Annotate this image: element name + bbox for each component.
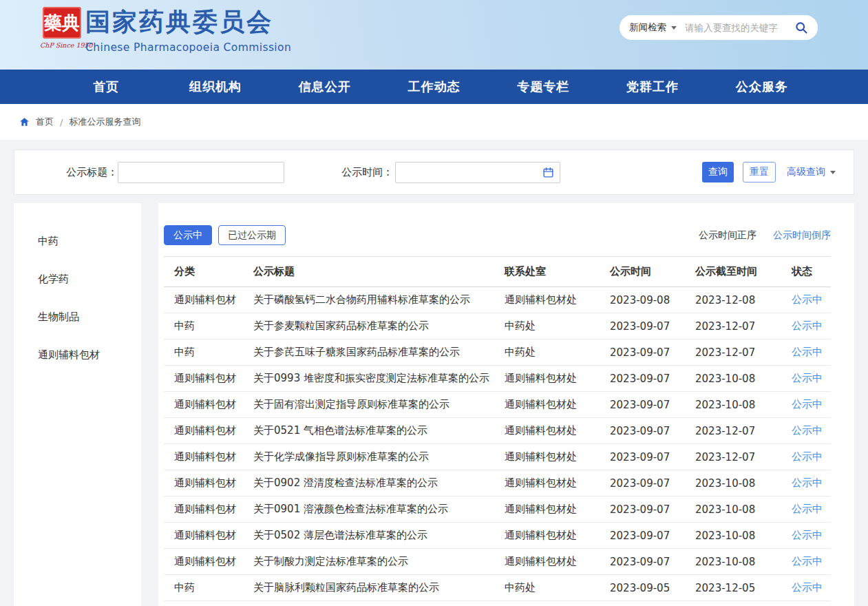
nav-item-6[interactable]: 党群工作 (598, 70, 708, 104)
cell-title[interactable]: 关于0902 澄清度检查法标准草案的公示 (253, 470, 505, 497)
cell-title[interactable]: 关于参麦颗粒国家药品标准草案的公示 (253, 313, 505, 339)
cell-title[interactable]: 关于固有溶出测定指导原则标准草案的公示 (253, 392, 505, 418)
sidebar-item-2[interactable]: 化学药 (14, 260, 141, 298)
search-input[interactable] (685, 23, 794, 33)
status-badge[interactable]: 公示中 (792, 529, 823, 541)
status-badge[interactable]: 公示中 (792, 320, 823, 332)
site-search: 新闻检索 (620, 15, 818, 40)
col-start-date: 公示时间 (610, 257, 695, 287)
row-title-link[interactable]: 关于0521 气相色谱法标准草案的公示 (253, 424, 427, 437)
filter-time-field (395, 162, 560, 183)
cell-office: 中药处 (505, 339, 610, 366)
status-badge[interactable]: 公示中 (792, 346, 823, 358)
filter-title-input[interactable] (118, 162, 284, 183)
nav-item-2[interactable]: 组织机构 (161, 70, 271, 104)
cell-end-date: 2023-12-08 (695, 287, 792, 313)
row-title-link[interactable]: 关于参麦颗粒国家药品标准草案的公示 (253, 320, 429, 332)
status-badge[interactable]: 公示中 (792, 293, 823, 306)
cell-title[interactable]: 关于0993 堆密度和振实密度测定法标准草案的公示 (253, 366, 505, 392)
nav-item-4[interactable]: 工作动态 (379, 70, 489, 104)
cell-start-date: 2023-09-07 (610, 497, 695, 523)
cell-end-date: 2023-10-08 (695, 549, 792, 575)
category-sidebar: 中药化学药生物制品通则辅料包材 (14, 203, 141, 606)
breadcrumb-home[interactable]: 首页 (36, 116, 54, 128)
status-badge[interactable]: 公示中 (792, 477, 823, 489)
cell-title[interactable]: 关于0901 溶液颜色检查法标准草案的公示 (253, 497, 505, 523)
status-tabs: 公示中已过公示期 (164, 225, 292, 245)
main-nav: 首页组织机构信息公开工作动态专题专栏党群工作公众服务 (0, 70, 868, 104)
sidebar-item-4[interactable]: 通则辅料包材 (14, 336, 141, 374)
cell-start-date: 2023-09-07 (610, 418, 695, 444)
status-badge[interactable]: 公示中 (792, 398, 823, 410)
cell-office: 通则辅料包材处 (505, 444, 610, 470)
cell-category: 通则辅料包材 (164, 418, 253, 444)
row-title-link[interactable]: 关于0901 溶液颜色检查法标准草案的公示 (253, 503, 448, 515)
filter-panel: 公示标题 : 公示时间 : 查询 重置 高级查询 (14, 149, 854, 195)
table-row: 通则辅料包材关于0901 溶液颜色检查法标准草案的公示通则辅料包材处2023-0… (164, 497, 831, 523)
sidebar-item-3[interactable]: 生物制品 (14, 298, 141, 336)
cell-title[interactable]: 关于化学成像指导原则标准草案的公示 (253, 444, 505, 470)
query-button[interactable]: 查询 (702, 162, 734, 182)
cell-category: 通则辅料包材 (164, 523, 253, 549)
sort-link-1[interactable]: 公示时间正序 (699, 229, 756, 242)
status-badge[interactable]: 公示中 (792, 424, 823, 437)
cell-title[interactable]: 关于参芪五味子糖浆国家药品标准草案的公示 (253, 339, 505, 366)
table-row: 中药关于参麦颗粒国家药品标准草案的公示中药处2023-09-072023-12-… (164, 313, 831, 339)
cell-office: 通则辅料包材处 (505, 523, 610, 549)
calendar-icon[interactable] (542, 167, 554, 181)
sidebar-item-1[interactable]: 中药 (14, 222, 141, 260)
tab-1[interactable]: 公示中 (164, 225, 212, 245)
results-table: 分类 公示标题 联系处室 公示时间 公示截至时间 状态 通则辅料包材关于磷酸氢钙… (164, 256, 831, 601)
cell-office: 通则辅料包材处 (505, 392, 610, 418)
row-title-link[interactable]: 关于制酸力测定法标准草案的公示 (253, 555, 408, 567)
cell-start-date: 2023-09-07 (610, 444, 695, 470)
cell-start-date: 2023-09-07 (610, 313, 695, 339)
advanced-query-toggle[interactable]: 高级查询 (787, 166, 836, 178)
status-badge[interactable]: 公示中 (792, 503, 823, 515)
table-row: 通则辅料包材关于0502 薄层色谱法标准草案的公示通则辅料包材处2023-09-… (164, 523, 831, 549)
home-icon[interactable] (19, 117, 30, 127)
nav-item-1[interactable]: 首页 (52, 70, 161, 104)
reset-button[interactable]: 重置 (743, 162, 776, 182)
nav-item-5[interactable]: 专题专栏 (489, 70, 598, 104)
row-title-link[interactable]: 关于0993 堆密度和振实密度测定法标准草案的公示 (253, 372, 489, 384)
logo-seal-icon[interactable]: 藥典 (43, 7, 81, 39)
cell-status: 公示中 (792, 444, 831, 470)
row-title-link[interactable]: 关于脑脉利颗粒国家药品标准草案的公示 (253, 581, 439, 594)
cell-category: 中药 (164, 339, 253, 366)
tab-2[interactable]: 已过公示期 (218, 225, 286, 245)
status-badge[interactable]: 公示中 (792, 555, 823, 567)
status-badge[interactable]: 公示中 (792, 581, 823, 594)
row-title-link[interactable]: 关于参芪五味子糖浆国家药品标准草案的公示 (253, 346, 460, 358)
row-title-link[interactable]: 关于化学成像指导原则标准草案的公示 (253, 450, 429, 463)
status-badge[interactable]: 公示中 (792, 450, 823, 463)
cell-title[interactable]: 关于0521 气相色谱法标准草案的公示 (253, 418, 505, 444)
cell-status: 公示中 (792, 497, 831, 523)
site-subtitle: Chinese Pharmacopoeia Commission (85, 41, 291, 54)
row-title-link[interactable]: 关于0502 薄层色谱法标准草案的公示 (253, 529, 427, 541)
row-title-link[interactable]: 关于磷酸氢钙二水合物药用辅料标准草案的公示 (253, 293, 470, 306)
chevron-down-icon (830, 171, 836, 174)
filter-time-input[interactable] (395, 162, 560, 183)
cell-end-date: 2023-12-07 (695, 339, 792, 366)
status-badge[interactable]: 公示中 (792, 372, 823, 384)
search-category-select[interactable]: 新闻检索 (629, 21, 677, 34)
cell-office: 通则辅料包材处 (505, 497, 610, 523)
col-status: 状态 (792, 257, 831, 287)
cell-office: 中药处 (505, 575, 610, 601)
table-row: 通则辅料包材关于固有溶出测定指导原则标准草案的公示通则辅料包材处2023-09-… (164, 392, 831, 418)
cell-status: 公示中 (792, 366, 831, 392)
cell-title[interactable]: 关于脑脉利颗粒国家药品标准草案的公示 (253, 575, 505, 601)
row-title-link[interactable]: 关于0902 澄清度检查法标准草案的公示 (253, 477, 438, 489)
nav-item-7[interactable]: 公众服务 (707, 70, 816, 104)
row-title-link[interactable]: 关于固有溶出测定指导原则标准草案的公示 (253, 398, 449, 410)
cell-title[interactable]: 关于0502 薄层色谱法标准草案的公示 (253, 523, 505, 549)
nav-item-3[interactable]: 信息公开 (270, 70, 379, 104)
breadcrumb: 首页 / 标准公示服务查询 (0, 104, 868, 140)
sort-link-2[interactable]: 公示时间倒序 (773, 229, 831, 242)
table-row: 通则辅料包材关于0902 澄清度检查法标准草案的公示通则辅料包材处2023-09… (164, 470, 831, 497)
cell-title[interactable]: 关于制酸力测定法标准草案的公示 (253, 549, 505, 575)
search-icon[interactable] (794, 21, 808, 34)
cell-title[interactable]: 关于磷酸氢钙二水合物药用辅料标准草案的公示 (253, 287, 505, 313)
filter-buttons: 查询 重置 高级查询 (702, 162, 836, 182)
